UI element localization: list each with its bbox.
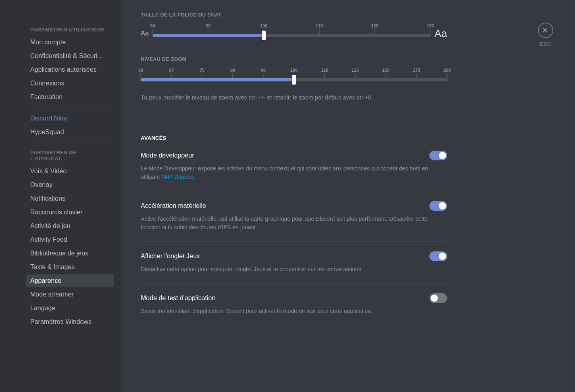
font-size-slider-thumb[interactable] bbox=[262, 31, 266, 40]
sidebar-separator bbox=[30, 108, 110, 108]
setting-row: Accélération matérielleActive l'accéléra… bbox=[141, 201, 447, 242]
zoom-section: NIVEAU DE ZOOM 5067758090100110125150175… bbox=[141, 56, 447, 102]
zoom-hint: Tu peux modifier le niveau de zoom avec … bbox=[141, 93, 447, 102]
sidebar-item[interactable]: Confidentialité & Sécuri... bbox=[26, 50, 114, 62]
close-label: ESC bbox=[540, 41, 551, 47]
sidebar-item[interactable]: Voix & Vidéo bbox=[26, 165, 114, 178]
font-size-sample-large: Aa bbox=[434, 27, 447, 40]
setting-row: Afficher l'onglet JeuxDésactive cette op… bbox=[141, 251, 447, 284]
setting-description: Active l'accélération matérielle, qui ut… bbox=[141, 215, 447, 232]
setting-description: Le Mode Développeur expose les articles … bbox=[141, 164, 447, 181]
sidebar-item[interactable]: Activité de jeu bbox=[26, 220, 114, 232]
sidebar-item[interactable]: Discord Nitro bbox=[26, 112, 114, 125]
toggle-knob bbox=[439, 253, 446, 260]
sidebar-item[interactable]: Mode streamer bbox=[26, 288, 114, 301]
sidebar-item[interactable]: Bibliothèque de jeux bbox=[26, 247, 114, 260]
font-size-section: TAILLE DE LA POLICE DU CHAT Aa 809010011… bbox=[141, 12, 447, 44]
sidebar-item[interactable]: HypeSquad bbox=[26, 126, 114, 139]
settings-content: ESC TAILLE DE LA POLICE DU CHAT Aa 80901… bbox=[122, 0, 575, 392]
sidebar-header-app: PARAMÈTRES DE L'APPLICAT... bbox=[26, 147, 114, 164]
setting-row: Mode de test d'applicationSaisis ton ide… bbox=[141, 293, 447, 325]
font-size-sample-small: Aa bbox=[141, 30, 149, 37]
sidebar-item[interactable]: Mon compte bbox=[26, 36, 114, 49]
setting-row: Mode développeurLe Mode Développeur expo… bbox=[141, 151, 447, 191]
setting-title: Mode développeur bbox=[141, 152, 194, 159]
sidebar-item[interactable]: Paramètres Windows bbox=[26, 315, 114, 328]
sidebar-separator bbox=[30, 143, 110, 143]
toggle-switch[interactable] bbox=[429, 293, 447, 303]
sidebar-item[interactable]: Facturation bbox=[26, 91, 114, 104]
toggle-knob bbox=[439, 202, 446, 209]
close-button[interactable] bbox=[538, 23, 553, 38]
setting-description: Saisis ton identifiant d'application Dis… bbox=[141, 307, 447, 315]
font-size-label: TAILLE DE LA POLICE DU CHAT bbox=[141, 12, 447, 18]
api-link[interactable]: API Discord bbox=[164, 174, 194, 180]
zoom-slider-thumb[interactable] bbox=[292, 75, 296, 85]
zoom-label: NIVEAU DE ZOOM bbox=[141, 56, 447, 62]
sidebar-item[interactable]: Activity Feed bbox=[26, 233, 114, 246]
toggle-knob bbox=[439, 152, 446, 159]
toggle-switch[interactable] bbox=[429, 151, 447, 160]
sidebar-item[interactable]: Raccourcis clavier bbox=[26, 206, 114, 219]
setting-title: Accélération matérielle bbox=[141, 202, 206, 209]
toggle-switch[interactable] bbox=[429, 201, 447, 211]
setting-description: Désactive cette option pour masquer l'on… bbox=[141, 265, 447, 274]
sidebar-item[interactable]: Overlay bbox=[26, 178, 114, 191]
toggle-knob bbox=[431, 295, 438, 302]
sidebar-item[interactable]: Connexions bbox=[26, 77, 114, 90]
sidebar-item[interactable]: Applications autorisées bbox=[26, 63, 114, 76]
sidebar-item[interactable]: Texte & Images bbox=[26, 261, 114, 274]
advanced-section-title: AVANCÉS bbox=[141, 135, 447, 141]
zoom-slider[interactable]: 5067758090100110125150175200 bbox=[141, 68, 447, 88]
sidebar-item[interactable]: Langage bbox=[26, 302, 114, 315]
setting-title: Mode de test d'application bbox=[141, 295, 215, 302]
toggle-switch[interactable] bbox=[429, 251, 447, 261]
font-size-slider[interactable]: 8090100110125150 bbox=[153, 23, 431, 44]
sidebar-item[interactable]: Apparence bbox=[26, 274, 114, 287]
settings-sidebar: PARAMÈTRES UTILISATEUR Mon compteConfide… bbox=[0, 0, 122, 392]
setting-title: Afficher l'onglet Jeux bbox=[141, 253, 200, 260]
close-icon bbox=[542, 27, 549, 34]
sidebar-item[interactable]: Notifications bbox=[26, 192, 114, 205]
sidebar-header-user: PARAMÈTRES UTILISATEUR bbox=[26, 24, 114, 35]
